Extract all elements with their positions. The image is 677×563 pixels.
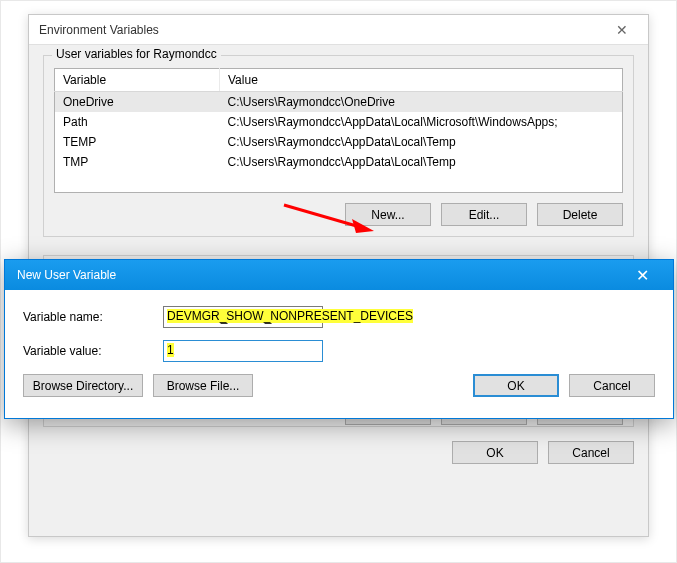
variable-name-label: Variable name: bbox=[23, 310, 163, 324]
new-button[interactable]: New... bbox=[345, 203, 431, 226]
col-value[interactable]: Value bbox=[220, 69, 623, 92]
user-variables-table[interactable]: Variable Value OneDrive C:\Users\Raymond… bbox=[54, 68, 623, 193]
newvar-title: New User Variable bbox=[17, 268, 116, 282]
user-group-label: User variables for Raymondcc bbox=[52, 47, 221, 61]
close-icon[interactable]: ✕ bbox=[606, 18, 638, 42]
browse-directory-button[interactable]: Browse Directory... bbox=[23, 374, 143, 397]
col-variable[interactable]: Variable bbox=[55, 69, 220, 92]
variable-value-input[interactable] bbox=[163, 340, 323, 362]
cancel-button[interactable]: Cancel bbox=[548, 441, 634, 464]
table-row[interactable]: TEMP C:\Users\Raymondcc\AppData\Local\Te… bbox=[55, 132, 623, 152]
delete-button[interactable]: Delete bbox=[537, 203, 623, 226]
env-titlebar: Environment Variables ✕ bbox=[29, 15, 648, 45]
table-row[interactable]: OneDrive C:\Users\Raymondcc\OneDrive bbox=[55, 92, 623, 113]
env-title: Environment Variables bbox=[39, 23, 159, 37]
variable-name-input[interactable] bbox=[163, 306, 323, 328]
cancel-button[interactable]: Cancel bbox=[569, 374, 655, 397]
user-variables-group: User variables for Raymondcc Variable Va… bbox=[43, 55, 634, 237]
ok-button[interactable]: OK bbox=[452, 441, 538, 464]
new-user-variable-dialog: New User Variable ✕ Variable name: DEVMG… bbox=[4, 259, 674, 419]
newvar-titlebar: New User Variable ✕ bbox=[5, 260, 673, 290]
edit-button[interactable]: Edit... bbox=[441, 203, 527, 226]
ok-button[interactable]: OK bbox=[473, 374, 559, 397]
close-icon[interactable]: ✕ bbox=[624, 262, 661, 289]
table-row[interactable]: Path C:\Users\Raymondcc\AppData\Local\Mi… bbox=[55, 112, 623, 132]
browse-file-button[interactable]: Browse File... bbox=[153, 374, 253, 397]
table-row[interactable]: TMP C:\Users\Raymondcc\AppData\Local\Tem… bbox=[55, 152, 623, 172]
variable-value-label: Variable value: bbox=[23, 344, 163, 358]
